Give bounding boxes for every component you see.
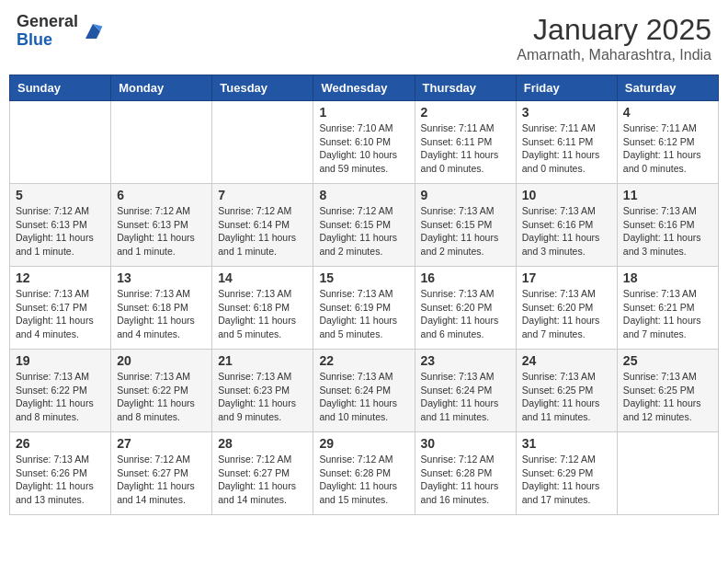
day-number: 9 <box>421 188 510 202</box>
day-number: 25 <box>623 353 712 368</box>
day-info: Sunrise: 7:13 AMSunset: 6:21 PMDaylight:… <box>623 287 712 341</box>
month-title: January 2025 <box>517 13 711 47</box>
calendar-cell: 28Sunrise: 7:12 AMSunset: 6:27 PMDayligh… <box>212 432 313 515</box>
day-info: Sunrise: 7:12 AMSunset: 6:13 PMDaylight:… <box>16 204 105 259</box>
day-number: 8 <box>319 188 408 202</box>
day-header-saturday: Saturday <box>617 75 718 101</box>
day-info: Sunrise: 7:12 AMSunset: 6:13 PMDaylight:… <box>117 204 206 259</box>
day-info: Sunrise: 7:11 AMSunset: 6:12 PMDaylight:… <box>623 121 712 176</box>
day-number: 3 <box>522 105 611 120</box>
day-number: 14 <box>218 270 307 285</box>
calendar-week-2: 5Sunrise: 7:12 AMSunset: 6:13 PMDaylight… <box>10 184 719 267</box>
day-info: Sunrise: 7:13 AMSunset: 6:20 PMDaylight:… <box>522 287 611 341</box>
day-number: 22 <box>319 353 408 368</box>
day-info: Sunrise: 7:13 AMSunset: 6:17 PMDaylight:… <box>16 287 105 341</box>
day-info: Sunrise: 7:13 AMSunset: 6:24 PMDaylight:… <box>319 370 408 424</box>
calendar-cell: 24Sunrise: 7:13 AMSunset: 6:25 PMDayligh… <box>516 350 617 432</box>
day-number: 12 <box>16 270 105 285</box>
day-number: 20 <box>117 353 206 368</box>
calendar-cell: 22Sunrise: 7:13 AMSunset: 6:24 PMDayligh… <box>313 350 415 432</box>
calendar-cell: 26Sunrise: 7:13 AMSunset: 6:26 PMDayligh… <box>10 432 111 515</box>
day-info: Sunrise: 7:13 AMSunset: 6:23 PMDaylight:… <box>218 370 307 424</box>
calendar-cell: 25Sunrise: 7:13 AMSunset: 6:25 PMDayligh… <box>617 350 718 432</box>
day-number: 13 <box>117 270 206 285</box>
calendar-header-row: SundayMondayTuesdayWednesdayThursdayFrid… <box>10 75 719 101</box>
calendar-cell: 6Sunrise: 7:12 AMSunset: 6:13 PMDaylight… <box>111 184 212 267</box>
day-header-friday: Friday <box>516 75 617 101</box>
day-number: 10 <box>522 188 611 202</box>
calendar-cell: 12Sunrise: 7:13 AMSunset: 6:17 PMDayligh… <box>10 267 111 350</box>
calendar-week-4: 19Sunrise: 7:13 AMSunset: 6:22 PMDayligh… <box>10 350 719 432</box>
day-number: 2 <box>421 105 510 120</box>
day-info: Sunrise: 7:12 AMSunset: 6:28 PMDaylight:… <box>319 453 408 507</box>
calendar-cell: 13Sunrise: 7:13 AMSunset: 6:18 PMDayligh… <box>111 267 212 350</box>
calendar-cell: 30Sunrise: 7:12 AMSunset: 6:28 PMDayligh… <box>415 432 516 515</box>
day-number: 4 <box>623 105 712 120</box>
day-number: 21 <box>218 353 307 368</box>
day-info: Sunrise: 7:13 AMSunset: 6:18 PMDaylight:… <box>218 287 307 341</box>
day-info: Sunrise: 7:13 AMSunset: 6:16 PMDaylight:… <box>623 204 712 259</box>
calendar-cell: 3Sunrise: 7:11 AMSunset: 6:11 PMDaylight… <box>516 101 617 184</box>
day-info: Sunrise: 7:12 AMSunset: 6:27 PMDaylight:… <box>218 453 307 507</box>
logo-blue: Blue <box>17 31 78 50</box>
calendar-cell <box>111 101 212 184</box>
calendar-table: SundayMondayTuesdayWednesdayThursdayFrid… <box>9 75 719 515</box>
calendar-cell: 19Sunrise: 7:13 AMSunset: 6:22 PMDayligh… <box>10 350 111 432</box>
calendar-cell: 1Sunrise: 7:10 AMSunset: 6:10 PMDaylight… <box>313 101 415 184</box>
calendar-cell: 18Sunrise: 7:13 AMSunset: 6:21 PMDayligh… <box>617 267 718 350</box>
day-info: Sunrise: 7:13 AMSunset: 6:24 PMDaylight:… <box>421 370 510 424</box>
day-info: Sunrise: 7:12 AMSunset: 6:28 PMDaylight:… <box>421 453 510 507</box>
day-info: Sunrise: 7:13 AMSunset: 6:26 PMDaylight:… <box>16 453 105 507</box>
calendar-cell: 16Sunrise: 7:13 AMSunset: 6:20 PMDayligh… <box>415 267 516 350</box>
location-title: Amarnath, Maharashtra, India <box>517 47 711 63</box>
calendar-cell: 14Sunrise: 7:13 AMSunset: 6:18 PMDayligh… <box>212 267 313 350</box>
day-info: Sunrise: 7:13 AMSunset: 6:19 PMDaylight:… <box>319 287 408 341</box>
day-info: Sunrise: 7:13 AMSunset: 6:22 PMDaylight:… <box>117 370 206 424</box>
calendar-cell: 11Sunrise: 7:13 AMSunset: 6:16 PMDayligh… <box>617 184 718 267</box>
day-number: 30 <box>421 436 510 451</box>
day-info: Sunrise: 7:12 AMSunset: 6:14 PMDaylight:… <box>218 204 307 259</box>
day-number: 11 <box>623 188 712 202</box>
day-info: Sunrise: 7:10 AMSunset: 6:10 PMDaylight:… <box>319 121 408 176</box>
calendar-cell <box>617 432 718 515</box>
calendar-cell: 4Sunrise: 7:11 AMSunset: 6:12 PMDaylight… <box>617 101 718 184</box>
day-number: 6 <box>117 188 206 202</box>
day-info: Sunrise: 7:11 AMSunset: 6:11 PMDaylight:… <box>421 121 510 176</box>
day-info: Sunrise: 7:11 AMSunset: 6:11 PMDaylight:… <box>522 121 611 176</box>
day-header-thursday: Thursday <box>415 75 516 101</box>
day-number: 15 <box>319 270 408 285</box>
calendar-cell: 7Sunrise: 7:12 AMSunset: 6:14 PMDaylight… <box>212 184 313 267</box>
day-info: Sunrise: 7:13 AMSunset: 6:25 PMDaylight:… <box>623 370 712 424</box>
calendar-cell: 2Sunrise: 7:11 AMSunset: 6:11 PMDaylight… <box>415 101 516 184</box>
title-section: January 2025 Amarnath, Maharashtra, Indi… <box>517 13 711 63</box>
day-number: 7 <box>218 188 307 202</box>
day-info: Sunrise: 7:13 AMSunset: 6:20 PMDaylight:… <box>421 287 510 341</box>
calendar-cell: 31Sunrise: 7:12 AMSunset: 6:29 PMDayligh… <box>516 432 617 515</box>
logo-icon <box>82 20 104 42</box>
day-info: Sunrise: 7:13 AMSunset: 6:25 PMDaylight:… <box>522 370 611 424</box>
calendar-week-3: 12Sunrise: 7:13 AMSunset: 6:17 PMDayligh… <box>10 267 719 350</box>
day-number: 28 <box>218 436 307 451</box>
calendar-cell: 17Sunrise: 7:13 AMSunset: 6:20 PMDayligh… <box>516 267 617 350</box>
calendar-cell: 21Sunrise: 7:13 AMSunset: 6:23 PMDayligh… <box>212 350 313 432</box>
day-header-wednesday: Wednesday <box>313 75 415 101</box>
day-info: Sunrise: 7:12 AMSunset: 6:15 PMDaylight:… <box>319 204 408 259</box>
logo-general: General <box>17 13 78 31</box>
calendar-week-5: 26Sunrise: 7:13 AMSunset: 6:26 PMDayligh… <box>10 432 719 515</box>
calendar-cell: 23Sunrise: 7:13 AMSunset: 6:24 PMDayligh… <box>415 350 516 432</box>
calendar-week-1: 1Sunrise: 7:10 AMSunset: 6:10 PMDaylight… <box>10 101 719 184</box>
day-number: 18 <box>623 270 712 285</box>
calendar-cell: 9Sunrise: 7:13 AMSunset: 6:15 PMDaylight… <box>415 184 516 267</box>
day-number: 29 <box>319 436 408 451</box>
day-header-tuesday: Tuesday <box>212 75 313 101</box>
day-info: Sunrise: 7:13 AMSunset: 6:22 PMDaylight:… <box>16 370 105 424</box>
day-number: 5 <box>16 188 105 202</box>
calendar-cell: 20Sunrise: 7:13 AMSunset: 6:22 PMDayligh… <box>111 350 212 432</box>
day-info: Sunrise: 7:12 AMSunset: 6:27 PMDaylight:… <box>117 453 206 507</box>
day-info: Sunrise: 7:13 AMSunset: 6:16 PMDaylight:… <box>522 204 611 259</box>
day-number: 16 <box>421 270 510 285</box>
calendar-cell: 15Sunrise: 7:13 AMSunset: 6:19 PMDayligh… <box>313 267 415 350</box>
day-info: Sunrise: 7:13 AMSunset: 6:18 PMDaylight:… <box>117 287 206 341</box>
day-number: 31 <box>522 436 611 451</box>
day-number: 23 <box>421 353 510 368</box>
